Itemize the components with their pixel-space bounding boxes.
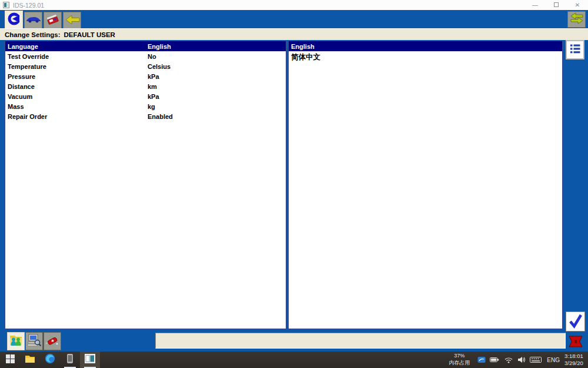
app-icon — [3, 2, 9, 8]
setting-value: kPa — [148, 93, 159, 100]
setting-row-language[interactable]: Language English — [5, 41, 286, 51]
windows-logo-icon — [6, 354, 15, 366]
title-bar: IDS-129.01 — ✕ — [0, 0, 588, 10]
swap-screen-button[interactable] — [567, 11, 586, 28]
setting-row-repair-order[interactable]: Repair Order Enabled — [5, 111, 286, 121]
window-title: IDS-129.01 — [13, 2, 44, 9]
phone-icon — [66, 353, 74, 366]
edge-icon — [45, 353, 55, 366]
windows-taskbar: 37% 内存占用 ENG 3:18:01 3/29/20 — [0, 352, 588, 368]
option-list-button[interactable] — [566, 40, 584, 59]
check-icon — [567, 313, 583, 331]
memory-label: 内存占用 — [449, 360, 470, 367]
option-selected-english[interactable]: English — [289, 41, 562, 51]
setting-value: kg — [148, 103, 155, 110]
setting-label: Distance — [8, 83, 35, 90]
setting-value: kPa — [148, 73, 159, 80]
phone-app-button[interactable] — [60, 352, 80, 368]
page-title-bar: Change Settings:DEFAULT USER — [0, 28, 588, 40]
start-button[interactable] — [0, 352, 20, 368]
setting-row-test-override[interactable]: Test Override No — [5, 51, 286, 61]
folder-icon — [25, 354, 35, 366]
volume-icon[interactable] — [517, 356, 526, 363]
setting-value: English — [148, 43, 171, 50]
maximize-icon — [554, 2, 559, 7]
swap-arrows-icon — [570, 12, 584, 26]
close-button[interactable]: ✕ — [567, 0, 588, 10]
yellow-arrow-icon — [65, 14, 80, 27]
ids-app-taskbar-button[interactable] — [80, 352, 100, 368]
tab-toolbox[interactable] — [44, 12, 62, 28]
car-icon — [26, 15, 41, 26]
toolbar-tabs — [5, 11, 81, 28]
tray-app-icon[interactable] — [477, 356, 486, 363]
battery-icon[interactable] — [490, 356, 500, 363]
clock-date: 3/29/20 — [564, 360, 588, 367]
list-icon — [569, 42, 582, 58]
setting-label: Test Override — [8, 53, 49, 60]
ids-session-icon — [7, 12, 21, 28]
setting-row-mass[interactable]: Mass kg — [5, 101, 286, 111]
status-bar — [155, 333, 566, 349]
file-explorer-button[interactable] — [20, 352, 40, 368]
setting-row-vacuum[interactable]: Vacuum kPa — [5, 91, 286, 101]
maximize-button[interactable] — [546, 0, 567, 10]
ids-app-icon — [85, 354, 95, 366]
option-simplified-chinese[interactable]: 简体中文 — [289, 51, 562, 62]
minimize-button[interactable]: — — [524, 0, 546, 10]
setting-value: Celsius — [148, 63, 171, 70]
setting-label: Temperature — [8, 63, 46, 70]
input-language-indicator[interactable]: ENG — [547, 357, 560, 363]
ids-app-window: IDS-129.01 — ✕ — [0, 0, 588, 352]
current-user: DEFAULT USER — [64, 31, 115, 38]
setting-label: Mass — [8, 103, 24, 110]
setting-label: Language — [8, 43, 38, 50]
window-controls: — ✕ — [524, 0, 588, 10]
wifi-icon[interactable] — [504, 356, 513, 363]
main-content: Language English Test Override No Temper… — [0, 40, 588, 330]
language-options-panel: English 简体中文 — [288, 41, 563, 329]
setting-value: km — [148, 83, 157, 90]
setting-row-pressure[interactable]: Pressure kPa — [5, 71, 286, 81]
page-title: Change Settings: — [5, 31, 61, 38]
bottom-tabs — [7, 332, 61, 350]
setting-label: Pressure — [8, 73, 35, 80]
tab-previous[interactable] — [63, 12, 81, 28]
clock-time: 3:18:01 — [564, 353, 588, 360]
bottom-tab-tools[interactable] — [44, 332, 61, 350]
main-toolbar — [0, 10, 588, 28]
memory-percent: 37% — [449, 353, 470, 360]
setting-row-distance[interactable]: Distance km — [5, 81, 286, 91]
swiss-knife-icon — [45, 333, 60, 350]
taskbar-clock[interactable]: 3:18:01 3/29/20 — [564, 353, 588, 367]
settings-list-panel: Language English Test Override No Temper… — [5, 41, 286, 329]
tab-vehicle[interactable] — [24, 12, 42, 28]
setting-label: Repair Order — [8, 113, 47, 120]
setting-value: No — [148, 53, 156, 60]
setting-value: Enabled — [148, 113, 173, 120]
setting-row-temperature[interactable]: Temperature Celsius — [5, 61, 286, 71]
users-folder-icon — [8, 333, 24, 350]
confirm-button[interactable] — [566, 311, 585, 331]
system-tray: 37% 内存占用 ENG 3:18:01 3/29/20 — [449, 352, 588, 368]
tab-session[interactable] — [5, 11, 23, 28]
setting-label: Vacuum — [8, 93, 32, 100]
vcm-status-icon — [568, 336, 583, 347]
bottom-bar — [0, 330, 588, 352]
bottom-tab-system-search[interactable] — [25, 332, 43, 350]
bottom-tab-users[interactable] — [7, 332, 25, 350]
edge-browser-button[interactable] — [40, 352, 60, 368]
memory-usage-widget[interactable]: 37% 内存占用 — [449, 353, 470, 366]
option-label: 简体中文 — [291, 53, 320, 61]
touch-keyboard-icon[interactable] — [530, 356, 542, 363]
computer-search-icon — [26, 333, 42, 350]
option-label: English — [291, 43, 315, 50]
engine-toolbox-icon — [46, 12, 60, 29]
